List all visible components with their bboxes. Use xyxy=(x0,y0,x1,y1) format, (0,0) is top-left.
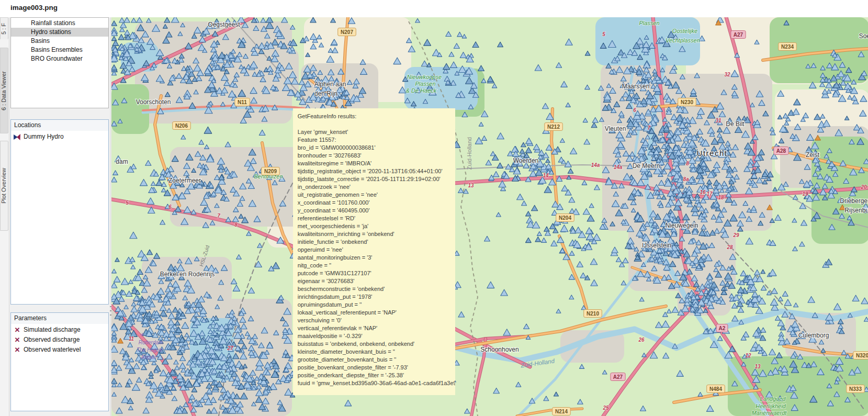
svg-text:16: 16 xyxy=(700,189,706,195)
svg-text:28: 28 xyxy=(726,244,733,250)
layer-item[interactable]: BRO Groundwater xyxy=(11,54,108,63)
svg-text:Nieuwegein: Nieuwegein xyxy=(665,222,698,229)
svg-text:N11: N11 xyxy=(238,99,247,105)
svg-text:Alphen aan: Alphen aan xyxy=(314,81,346,88)
svg-text:17: 17 xyxy=(706,191,713,197)
road-shield: N333 xyxy=(846,385,864,393)
road-shield: N206 xyxy=(172,122,190,130)
red-x-icon: ✕ xyxy=(14,336,21,344)
svg-text:Plassen: Plassen xyxy=(415,81,435,87)
svg-text:Plassen: Plassen xyxy=(639,20,659,26)
svg-text:7: 7 xyxy=(647,125,650,131)
svg-text:A2: A2 xyxy=(718,325,725,331)
svg-text:Oegstgeest: Oegstgeest xyxy=(208,21,240,28)
locations-panel-title: Locations xyxy=(11,120,108,131)
svg-text:8: 8 xyxy=(234,222,238,228)
layer-item[interactable]: Hydro stations xyxy=(11,28,108,37)
svg-text:N333: N333 xyxy=(849,386,862,392)
layers-list: Rainfall stationsHydro stationsBasinsBas… xyxy=(11,19,108,63)
road-shield: N209 xyxy=(261,167,279,175)
svg-text:29: 29 xyxy=(732,232,739,238)
svg-text:14: 14 xyxy=(543,173,549,178)
road-shield: N234 xyxy=(778,43,796,51)
svg-text:11: 11 xyxy=(129,336,134,342)
svg-text:20: 20 xyxy=(860,184,867,190)
svg-text:Airport: Airport xyxy=(140,354,157,360)
svg-text:12: 12 xyxy=(745,353,751,358)
location-item[interactable]: Dummy Hydro xyxy=(11,132,108,142)
road-shield: A27 xyxy=(731,31,746,39)
road-shield: N230 xyxy=(678,98,696,106)
road-shield: A2 xyxy=(716,324,728,332)
map-area[interactable]: OegstgeestVoorschotenAlphen aanden RijnZ… xyxy=(111,17,868,416)
getfeatureinfo-tooltip: GetFeatureInfo results: Layer 'gmw_kense… xyxy=(293,108,455,395)
map-canvas[interactable]: OegstgeestVoorschotenAlphen aanden RijnZ… xyxy=(111,17,868,416)
svg-text:Soest: Soest xyxy=(859,32,868,40)
svg-text:Woerden: Woerden xyxy=(513,157,538,164)
svg-text:N207: N207 xyxy=(341,29,353,35)
red-x-icon: ✕ xyxy=(14,327,21,334)
svg-text:Rijsenburg: Rijsenburg xyxy=(844,207,868,214)
svg-text:19: 19 xyxy=(802,191,808,197)
parameters-panel: Parameters ✕Simulated discharge✕Observed… xyxy=(10,312,109,411)
svg-text:A28: A28 xyxy=(776,148,786,154)
road-shield: A27 xyxy=(611,373,625,381)
svg-text:6: 6 xyxy=(633,107,636,113)
svg-text:Rotterdam: Rotterdam xyxy=(138,340,163,345)
svg-text:✈: ✈ xyxy=(140,332,144,338)
layer-item[interactable]: Basins xyxy=(11,37,108,46)
parameters-list: ✕Simulated discharge✕Observed discharge✕… xyxy=(11,325,108,355)
svg-text:Vechtplassen: Vechtplassen xyxy=(666,37,700,43)
road-shield: N210 xyxy=(583,310,602,318)
svg-text:N230: N230 xyxy=(681,99,693,105)
svg-text:25: 25 xyxy=(602,405,609,411)
red-x-icon: ✕ xyxy=(14,346,21,354)
svg-text:A27: A27 xyxy=(734,32,743,38)
svg-text:Vleuten: Vleuten xyxy=(604,125,626,132)
svg-text:Mariënwaerdt: Mariënwaerdt xyxy=(751,410,787,416)
svg-text:8a: 8a xyxy=(683,176,689,182)
svg-text:32: 32 xyxy=(724,72,730,77)
svg-text:N320: N320 xyxy=(856,353,868,358)
svg-text:Nieuwkoopse: Nieuwkoopse xyxy=(407,74,442,80)
svg-text:N206: N206 xyxy=(175,123,188,129)
svg-text:14a: 14a xyxy=(591,162,600,168)
svg-text:N209: N209 xyxy=(264,168,277,174)
svg-text:N210: N210 xyxy=(587,311,599,317)
road-shield: N11 xyxy=(235,98,250,106)
tab-5-f[interactable]: 5 : F xyxy=(0,17,8,39)
svg-text:Driebergen-: Driebergen- xyxy=(840,197,868,205)
svg-text:N234: N234 xyxy=(781,44,794,50)
svg-text:Utrecht: Utrecht xyxy=(696,149,727,158)
svg-text:5: 5 xyxy=(126,200,129,206)
sidebar: Rainfall stationsHydro stationsBasinsBas… xyxy=(9,17,110,416)
layer-item[interactable]: Basins Ensembles xyxy=(11,46,108,54)
svg-text:Zoetermeer: Zoetermeer xyxy=(168,177,201,184)
tab-data-viewer[interactable]: 6 : Data Viewer xyxy=(0,48,8,133)
svg-text:18: 18 xyxy=(718,195,724,200)
svg-text:Zeist: Zeist xyxy=(806,151,820,159)
svg-text:Berkel en Rodenrijs: Berkel en Rodenrijs xyxy=(160,271,215,278)
svg-text:Culemborg: Culemborg xyxy=(798,332,829,339)
svg-text:N212: N212 xyxy=(547,124,560,130)
location-marker-icon xyxy=(14,133,21,141)
svg-text:den Rijn: den Rijn xyxy=(314,90,337,97)
svg-text:31: 31 xyxy=(715,118,722,123)
svg-text:Heerlijkheid: Heerlijkheid xyxy=(756,403,786,409)
svg-text:7: 7 xyxy=(217,213,220,219)
svg-text:Voorschoten: Voorschoten xyxy=(136,98,171,106)
layer-item[interactable]: Rainfall stations xyxy=(11,19,108,28)
road-shield: N207 xyxy=(337,28,356,36)
parameter-item[interactable]: ✕Observed waterlevel xyxy=(11,345,108,355)
svg-text:13: 13 xyxy=(468,183,474,188)
road-shield: A28 xyxy=(774,147,788,155)
tab-plot-overview[interactable]: Plot Overview xyxy=(0,141,8,231)
svg-text:Schoonhoven: Schoonhoven xyxy=(480,346,518,353)
svg-text:14a: 14a xyxy=(613,164,622,170)
svg-text:27: 27 xyxy=(227,345,233,351)
parameter-item[interactable]: ✕Simulated discharge xyxy=(11,325,108,335)
svg-text:A27: A27 xyxy=(613,374,623,380)
svg-text:dam: dam xyxy=(116,158,128,165)
parameter-item[interactable]: ✕Observed discharge xyxy=(11,335,108,345)
vertical-tab-strip: 5 : F 6 : Data Viewer Plot Overview xyxy=(0,17,9,416)
